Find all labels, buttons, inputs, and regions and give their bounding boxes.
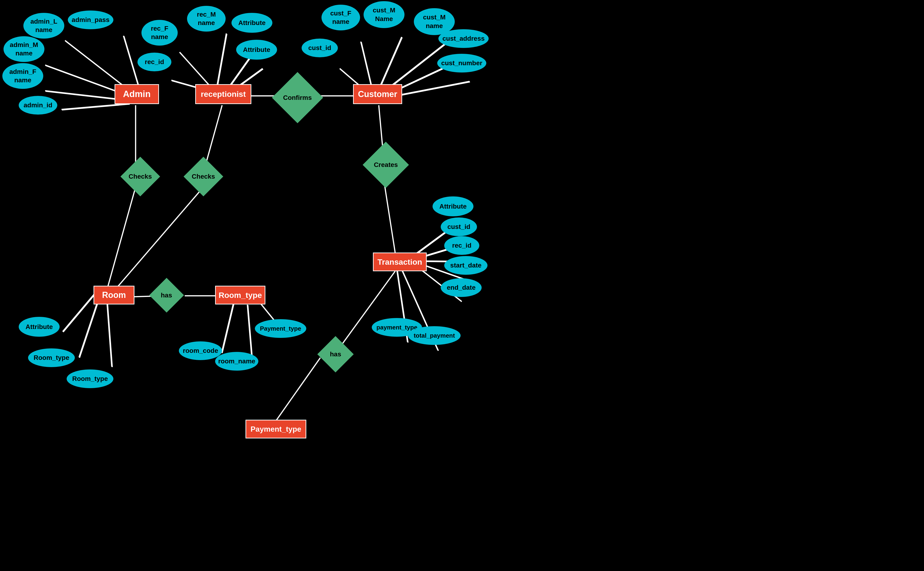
- svg-line-66: [222, 304, 233, 353]
- attr-rt-payment: Payment_type: [255, 319, 306, 338]
- attr-admin-mname: admin_Mname: [3, 36, 45, 62]
- svg-line-25: [117, 187, 204, 288]
- svg-line-10: [123, 36, 140, 91]
- svg-line-8: [62, 103, 129, 110]
- svg-line-28: [361, 42, 371, 86]
- attr-cust-mname1: cust_MName: [364, 1, 404, 28]
- attr-trans-recid: rec_id: [444, 236, 479, 255]
- attr-start-date: start_date: [444, 256, 487, 275]
- attr-trans-custid: cust_id: [441, 218, 477, 236]
- attr-rec-id: rec_id: [137, 52, 171, 71]
- attr-admin-id: admin_id: [19, 96, 57, 114]
- admin-entity: Admin: [114, 84, 159, 104]
- attr-cust-fname: cust_Fname: [321, 5, 360, 30]
- svg-line-29: [381, 37, 402, 85]
- attr-trans-attr: Attribute: [432, 196, 474, 216]
- attr-cust-number: cust_number: [437, 54, 486, 73]
- room-entity: Room: [94, 286, 134, 304]
- attr-admin-fname: admin_Fname: [2, 63, 43, 89]
- attr-total-payment: total_payment: [408, 326, 461, 345]
- svg-line-64: [107, 304, 112, 367]
- svg-line-55: [339, 271, 395, 349]
- svg-line-68: [247, 305, 252, 361]
- svg-line-36: [397, 81, 469, 96]
- receptionist-entity: receptionist: [195, 84, 251, 104]
- payment-type-entity: Payment_type: [245, 420, 306, 438]
- attr-room-name: room_name: [215, 352, 258, 370]
- attr-room-code: room_code: [179, 341, 222, 360]
- attr-end-date: end_date: [441, 278, 482, 297]
- attr-rec-fname: rec_Fname: [142, 20, 178, 46]
- room-type-entity: Room_type: [215, 286, 265, 304]
- svg-line-40: [383, 178, 395, 253]
- attr-rec-mname: rec_Mname: [187, 6, 226, 32]
- attr-cust-id: cust_id: [302, 39, 338, 57]
- attr-cust-address: cust_address: [438, 29, 489, 48]
- svg-line-12: [108, 187, 136, 288]
- attr-room-type2: Room_type: [66, 369, 113, 388]
- attr-room-attr: Attribute: [19, 317, 60, 337]
- customer-entity: Customer: [353, 84, 402, 104]
- svg-line-56: [276, 358, 320, 421]
- attr-room-type1: Room_type: [28, 349, 75, 367]
- attr-admin-lname: admin_Lname: [23, 13, 64, 39]
- attr-rec-1: Attribute: [231, 13, 272, 33]
- attr-rec-2: Attribute: [236, 40, 277, 60]
- svg-line-14: [180, 52, 210, 86]
- transaction-entity: Transaction: [373, 253, 427, 271]
- attr-admin-pass: admin_pass: [68, 11, 113, 29]
- svg-line-30: [381, 37, 402, 85]
- svg-line-16: [217, 34, 226, 86]
